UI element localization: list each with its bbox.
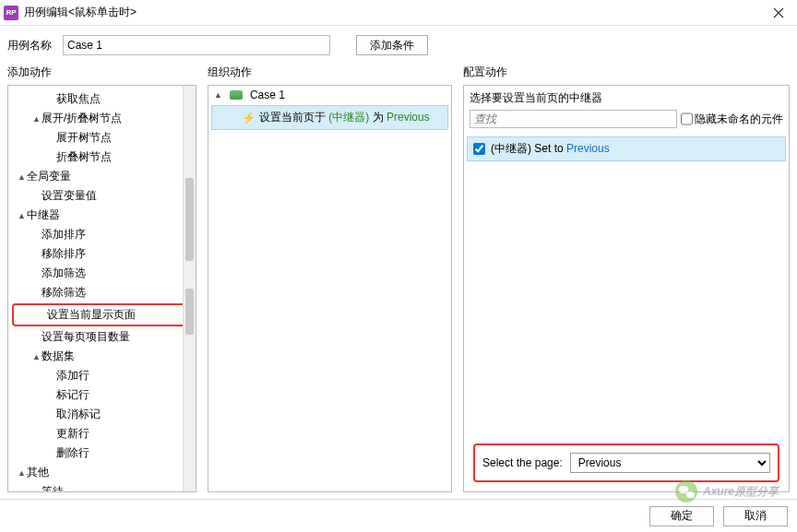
select-page-dropdown[interactable]: Previous bbox=[570, 453, 770, 473]
tree-item-label: 添加排序 bbox=[42, 227, 86, 242]
tree-item[interactable]: 更新行 bbox=[8, 424, 196, 443]
expand-icon: ▲ bbox=[18, 211, 27, 220]
action-value: Previous bbox=[384, 111, 430, 124]
expand-icon: ▲ bbox=[32, 352, 42, 361]
scrollbar[interactable] bbox=[183, 86, 196, 491]
select-page-label: Select the page: bbox=[482, 456, 563, 469]
expand-icon: ▲ bbox=[214, 90, 222, 100]
configure-action-header: 配置动作 bbox=[463, 65, 790, 81]
tree-item[interactable]: ▲展开/折叠树节点 bbox=[8, 109, 196, 128]
case-label: Case 1 bbox=[250, 89, 285, 101]
tree-item-label: 展开树节点 bbox=[56, 130, 112, 146]
tree-item[interactable]: 移除排序 bbox=[8, 244, 196, 264]
tree-item[interactable]: ▲数据集 bbox=[8, 347, 196, 366]
add-actions-column: 添加动作 获取焦点▲展开/折叠树节点展开树节点折叠树节点▲全局变量设置变量值▲中… bbox=[7, 65, 196, 492]
tree-item[interactable]: 设置当前显示页面 bbox=[12, 303, 192, 326]
tree-item[interactable]: ▲中继器 bbox=[8, 206, 196, 225]
tree-item[interactable]: 设置变量值 bbox=[8, 186, 196, 206]
tree-item-label: 添加筛选 bbox=[42, 266, 86, 281]
case-icon bbox=[230, 90, 243, 100]
tree-item-label: 添加行 bbox=[56, 368, 89, 384]
top-row: 用例名称 添加条件 bbox=[0, 26, 797, 65]
hide-unnamed-text: 隐藏未命名的元件 bbox=[695, 112, 783, 127]
footer: 确定 取消 bbox=[0, 499, 797, 532]
expand-icon: ▲ bbox=[18, 468, 27, 478]
tree-item[interactable]: 标记行 bbox=[8, 385, 196, 405]
target-value: Previous bbox=[566, 142, 610, 155]
organize-panel: ▲ Case 1 ⚡ 设置当前页于 (中继器) 为 Previous bbox=[208, 85, 452, 492]
target-text: (中继器) Set to bbox=[491, 142, 566, 155]
tree-item[interactable]: 设置每页项目数量 bbox=[8, 327, 196, 347]
tree-item[interactable]: 展开树节点 bbox=[8, 128, 196, 148]
lightning-icon: ⚡ bbox=[242, 112, 256, 124]
add-actions-header: 添加动作 bbox=[7, 65, 196, 81]
action-text: 设置当前页于 bbox=[259, 111, 326, 124]
tree-item-label: 更新行 bbox=[56, 426, 89, 442]
case-name-label: 用例名称 bbox=[7, 38, 52, 53]
window-title: 用例编辑<鼠标单击时> bbox=[24, 5, 760, 20]
configure-panel: 选择要设置当前页的中继器 隐藏未命名的元件 (中继器) Set to Previ… bbox=[463, 85, 790, 492]
tree-item-label: 设置变量值 bbox=[42, 188, 97, 204]
tree-item-label: 全局变量 bbox=[27, 169, 71, 184]
tree-item-label: 移除筛选 bbox=[42, 285, 86, 301]
tree-item-label: 数据集 bbox=[42, 349, 75, 364]
tree-item-label: 删除行 bbox=[56, 445, 89, 461]
app-logo: RP bbox=[4, 6, 18, 20]
tree-item[interactable]: 等待 bbox=[8, 482, 196, 492]
tree-item-label: 等待 bbox=[42, 484, 64, 492]
tree-item-label: 展开/折叠树节点 bbox=[42, 111, 122, 126]
tree-item[interactable]: 折叠树节点 bbox=[8, 148, 196, 167]
configure-instruction: 选择要设置当前页的中继器 bbox=[470, 90, 783, 106]
tree-item[interactable]: 添加筛选 bbox=[8, 264, 196, 283]
tree-item[interactable]: ▲全局变量 bbox=[8, 167, 196, 186]
titlebar: RP 用例编辑<鼠标单击时> bbox=[0, 0, 797, 26]
tree-item[interactable]: 获取焦点 bbox=[8, 89, 196, 109]
expand-icon: ▲ bbox=[32, 114, 42, 124]
target-row[interactable]: (中继器) Set to Previous bbox=[467, 136, 786, 161]
tree-item-label: 标记行 bbox=[56, 387, 89, 403]
tree-item-label: 设置当前显示页面 bbox=[47, 307, 136, 323]
action-mid: 为 bbox=[373, 111, 384, 124]
organize-actions-column: 组织动作 ▲ Case 1 ⚡ 设置当前页于 (中继器) 为 Previous bbox=[208, 65, 452, 492]
tree-item[interactable]: ▲其他 bbox=[8, 463, 196, 482]
tree-item-label: 折叠树节点 bbox=[56, 149, 112, 165]
select-page-section: Select the page: Previous bbox=[473, 443, 779, 482]
cancel-button[interactable]: 取消 bbox=[723, 506, 788, 526]
hide-unnamed-checkbox[interactable] bbox=[681, 110, 693, 128]
tree-item[interactable]: 移除筛选 bbox=[8, 283, 196, 302]
tree-item-label: 其他 bbox=[27, 465, 49, 480]
tree-item[interactable]: 取消标记 bbox=[8, 405, 196, 424]
configure-action-column: 配置动作 选择要设置当前页的中继器 隐藏未命名的元件 (中继器) Set to … bbox=[463, 65, 790, 492]
close-button[interactable] bbox=[760, 0, 797, 25]
case-name-input[interactable] bbox=[63, 35, 330, 55]
case-row[interactable]: ▲ Case 1 bbox=[208, 86, 451, 104]
organize-actions-header: 组织动作 bbox=[208, 65, 452, 81]
tree-item-label: 设置每页项目数量 bbox=[42, 329, 130, 345]
close-icon bbox=[773, 7, 784, 18]
tree-item[interactable]: 删除行 bbox=[8, 443, 196, 463]
target-checkbox[interactable] bbox=[473, 143, 485, 155]
tree-item-label: 取消标记 bbox=[56, 407, 101, 422]
add-condition-button[interactable]: 添加条件 bbox=[356, 35, 428, 55]
action-row[interactable]: ⚡ 设置当前页于 (中继器) 为 Previous bbox=[211, 105, 448, 130]
tree-item-label: 获取焦点 bbox=[56, 91, 101, 107]
ok-button[interactable]: 确定 bbox=[649, 506, 714, 526]
actions-tree-panel: 获取焦点▲展开/折叠树节点展开树节点折叠树节点▲全局变量设置变量值▲中继器添加排… bbox=[7, 85, 196, 492]
actions-tree[interactable]: 获取焦点▲展开/折叠树节点展开树节点折叠树节点▲全局变量设置变量值▲中继器添加排… bbox=[8, 86, 196, 492]
columns: 添加动作 获取焦点▲展开/折叠树节点展开树节点折叠树节点▲全局变量设置变量值▲中… bbox=[0, 65, 797, 498]
scrollbar-thumb[interactable] bbox=[185, 289, 194, 335]
tree-item-label: 中继器 bbox=[27, 207, 60, 223]
expand-icon: ▲ bbox=[18, 172, 27, 182]
scrollbar-thumb[interactable] bbox=[185, 178, 194, 261]
tree-item[interactable]: 添加排序 bbox=[8, 225, 196, 244]
tree-item[interactable]: 添加行 bbox=[8, 366, 196, 385]
search-input[interactable] bbox=[470, 110, 677, 128]
tree-item-label: 移除排序 bbox=[42, 246, 86, 262]
action-target: (中继器) bbox=[326, 111, 373, 124]
hide-unnamed-label[interactable]: 隐藏未命名的元件 bbox=[681, 110, 783, 128]
